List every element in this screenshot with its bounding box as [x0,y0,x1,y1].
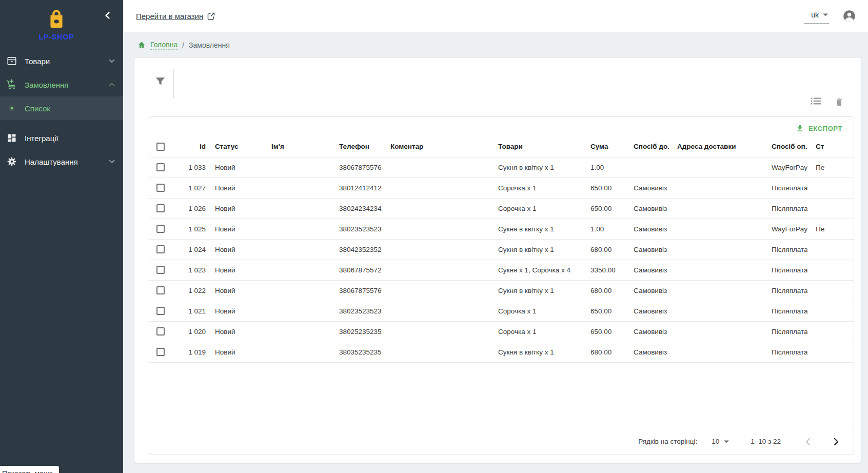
chevron-up-icon [108,83,116,87]
table-cell [669,239,763,260]
table-cell [807,321,854,342]
table-row[interactable]: 1 024Новий380423523523Сукня в квітку x 1… [149,239,854,260]
table-row[interactable]: 1 033Новий380678755765Сукня в квітку x 1… [149,157,854,178]
table-cell [669,260,763,280]
table-cell [807,280,854,301]
table-cell: Самовивіз [625,321,669,342]
table-cell: 380242342342 [331,198,382,219]
delete-button[interactable] [835,97,843,107]
table-cell: 1.00 [582,219,625,239]
gear-icon [4,156,19,167]
table-row[interactable]: 1 023Новий380678755722Сукня x 1, Сорочка… [149,260,854,280]
sidebar-item-settings[interactable]: Налаштування [0,150,123,173]
table-cell: Сорочка x 1 [490,321,582,342]
previous-page-button[interactable] [800,435,815,449]
table-row[interactable]: 1 025Новий380235235235Сукня в квітку x 1… [149,219,854,239]
rows-per-page-select[interactable]: 10 [712,438,729,445]
row-checkbox[interactable] [156,307,165,315]
sidebar-item-label: Товари [25,57,108,66]
caret-down-icon [724,440,729,443]
column-header[interactable]: Адреса доставки [669,136,763,157]
sidebar-item-products[interactable]: Товари [0,49,123,73]
table-cell: Новий [207,157,263,178]
table-cell: Сукня в квітку x 1 [490,157,582,178]
table-cell: Новий [207,178,263,198]
table-cell [669,342,763,362]
column-header[interactable]: Статус [207,136,263,157]
row-checkbox[interactable] [156,327,165,336]
sidebar-item-label: Інтеграції [25,134,108,143]
sidebar-item-orders[interactable]: Замовлення [0,73,123,96]
column-header[interactable]: Сума [582,136,625,157]
column-header[interactable]: Товари [490,136,582,157]
table-row[interactable]: 1 019Новий380352352353Сукня в квітку x 1… [149,342,854,362]
breadcrumb-separator: / [182,41,184,49]
column-header[interactable]: Ім'я [263,136,331,157]
account-circle-icon [842,9,856,23]
table-cell: 680.00 [582,280,625,301]
table-cell: 3350.00 [582,260,625,280]
table-cell: Сукня в квітку x 1 [490,280,582,301]
table-cell: 1 025 [174,219,207,239]
sidebar-nav: Товари Замовлення [0,49,123,173]
table-cell [263,219,331,239]
row-checkbox[interactable] [156,286,165,294]
table-cell: Післяплата [763,198,807,219]
table-row[interactable]: 1 020Новий380252352352Сорочка x 1650.00С… [149,321,854,342]
column-header[interactable]: Коментар [382,136,490,157]
table-cell: Самовивіз [625,219,669,239]
column-header[interactable]: Спосіб до... [625,136,669,157]
table-cell [669,301,763,321]
table-cell [669,280,763,301]
table-cell: Самовивіз [625,342,669,362]
table-row[interactable]: 1 027Новий380124124124Сорочка x 1650.00С… [149,178,854,198]
table-cell: Післяплата [763,239,807,260]
table-row[interactable]: 1 021Новий380235235235Сорочка x 1650.00С… [149,301,854,321]
trash-icon [835,97,843,107]
row-checkbox[interactable] [156,348,165,356]
sidebar-item-orders-list[interactable]: Список [0,96,123,120]
table-cell: Самовивіз [625,198,669,219]
select-columns-button[interactable] [811,97,821,107]
table-cell [669,157,763,178]
table-cell [263,342,331,362]
go-to-store-link[interactable]: Перейти в магазин [136,12,215,21]
column-header[interactable]: Телефон [331,136,382,157]
table-cell: Сорочка x 1 [490,198,582,219]
export-button[interactable]: ЕКСПОРТ [793,122,845,134]
row-checkbox[interactable] [156,163,165,171]
row-checkbox[interactable] [156,266,165,274]
table-cell [263,260,331,280]
select-all-checkbox[interactable] [156,143,165,151]
table-header-row: idСтатусІм'яТелефонКоментарТовариСумаСпо… [149,136,854,157]
column-header[interactable]: Ст [807,136,854,157]
table-cell: Післяплата [763,321,807,342]
language-select[interactable]: uk [804,9,829,24]
table-cell: 1 026 [174,198,207,219]
row-checkbox[interactable] [156,184,165,192]
table-cell: Післяплата [763,301,807,321]
row-checkbox[interactable] [156,225,165,233]
user-menu-button[interactable] [842,9,856,23]
table-cell: Самовивіз [625,239,669,260]
table-toolbar: ЕКСПОРТ [149,117,854,136]
table-cell [807,301,854,321]
table-row[interactable]: 1 022Новий380678755765Сукня в квітку x 1… [149,280,854,301]
column-header[interactable]: Спосіб оп... [763,136,807,157]
table-cell: Сорочка x 1 [490,301,582,321]
table-cell: Новий [207,198,263,219]
sidebar-item-integrations[interactable]: Інтеграції [0,126,123,150]
column-header[interactable]: id [174,136,207,157]
next-page-button[interactable] [829,435,843,449]
table-cell [807,198,854,219]
table-cell: 380252352352 [331,321,382,342]
table-cell: 1.00 [582,157,625,178]
app-logo: LP-SHOP [0,9,113,41]
table-cell: Новий [207,219,263,239]
breadcrumb-home-link[interactable]: Головна [150,41,177,50]
table-cell: 650.00 [582,198,625,219]
row-checkbox[interactable] [156,245,165,253]
row-checkbox[interactable] [156,204,165,212]
table-row[interactable]: 1 026Новий380242342342Сорочка x 1650.00С… [149,198,854,219]
filter-funnel-icon[interactable] [155,76,165,86]
